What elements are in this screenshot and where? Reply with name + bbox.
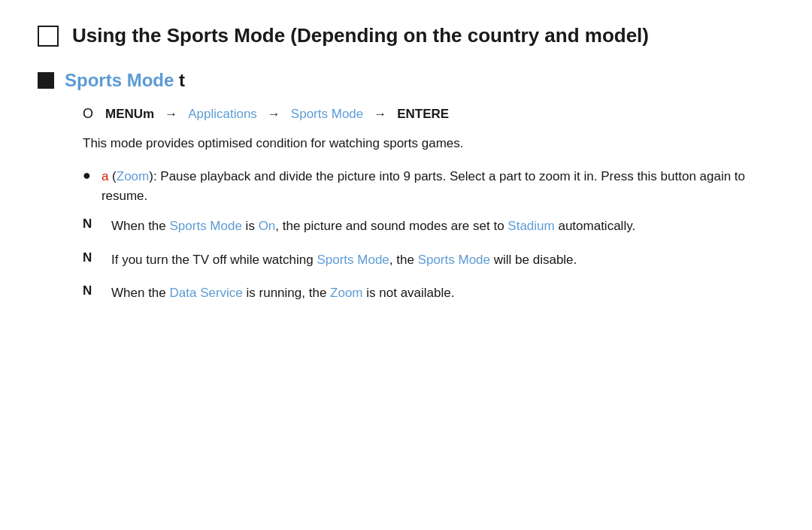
note-item-3: N When the Data Service is running, the … [83,283,774,303]
note2-sports-mode-link2: Sports Mode [418,253,490,267]
bullet-item-zoom: ● a (Zoom): Pause playback and divide th… [83,167,774,207]
filled-square-icon [38,72,54,89]
note1-after: , the picture and sound modes are set to [275,219,508,233]
arrow-2: → [268,107,280,122]
applications-link: Applications [188,107,257,122]
main-heading-section: Using the Sports Mode (Depending on the … [38,23,774,49]
section-title-blue: Sports Mode [65,70,174,90]
note1-on-link: On [259,219,276,233]
note-item-1: N When the Sports Mode is On, the pictur… [83,217,774,236]
a-label: a [102,169,108,183]
note1-sports-mode-link: Sports Mode [170,219,242,233]
sports-mode-link: Sports Mode [291,107,363,122]
circle-o-symbol: O [83,106,93,122]
note1-before: When the [111,219,170,233]
note2-mid: , the [389,253,418,267]
bullet-content: a (Zoom): Pause playback and divide the … [102,167,774,207]
entere-label: ENTERE [397,107,449,122]
bullet-dot: ● [83,168,91,183]
note2-before: If you turn the TV off while watching [111,253,317,267]
arrow-1: → [165,107,177,122]
note3-zoom-link: Zoom [330,286,362,300]
note-label-3: N [83,283,98,298]
checkbox-icon [38,26,59,47]
menu-navigation-row: O MENUm → Applications → Sports Mode → E… [83,106,774,122]
arrow-3: → [374,107,386,122]
note3-before: When the [111,286,170,300]
note-text-1: When the Sports Mode is On, the picture … [111,217,635,236]
section-title: Sports Mode t [65,70,185,91]
note1-mid: is [242,219,259,233]
note-label-1: N [83,217,98,232]
note2-sports-mode-link1: Sports Mode [317,253,389,267]
note3-end: is not available. [363,286,455,300]
description-text: This mode provides optimised condition f… [83,134,774,153]
note-label-2: N [83,250,98,265]
note2-end: will be disable. [490,253,577,267]
note-text-3: When the Data Service is running, the Zo… [111,283,454,303]
note1-end: automatically. [555,219,635,233]
note-text-2: If you turn the TV off while watching Sp… [111,250,577,270]
zoom-label: Zoom [117,169,149,183]
note1-stadium-link: Stadium [508,219,554,233]
note-item-2: N If you turn the TV off while watching … [83,250,774,270]
main-title: Using the Sports Mode (Depending on the … [72,23,649,49]
note3-mid: is running, the [243,286,330,300]
menu-bold-label: MENUm [105,107,154,122]
bullet-text-content: ): Pause playback and divide the picture… [102,169,745,203]
section-heading: Sports Mode t [38,70,774,91]
note3-data-service-link: Data Service [170,286,243,300]
section-title-suffix: t [174,70,185,90]
